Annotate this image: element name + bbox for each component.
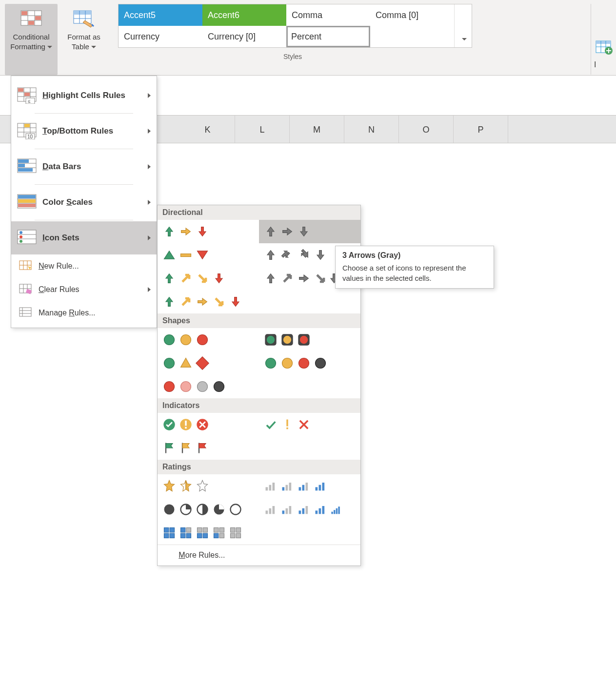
- menu-clear-rules[interactable]: Clear RulesClear Rules: [11, 278, 157, 301]
- insert-peek-icon: [594, 38, 614, 58]
- svg-point-84: [181, 382, 191, 392]
- style-accent6[interactable]: Accent6: [202, 4, 286, 26]
- col-P[interactable]: P: [454, 116, 508, 143]
- svg-rect-89: [185, 421, 187, 426]
- col-L[interactable]: L: [235, 116, 290, 143]
- tooltip-title: 3 Arrows (Gray): [342, 251, 487, 260]
- iconset-3-arrows-colored[interactable]: [158, 220, 259, 243]
- styles-gallery-expand[interactable]: [454, 4, 472, 47]
- menu-data-bars[interactable]: Data BarsData Bars: [11, 150, 157, 183]
- top-bottom-icon: 10: [16, 122, 38, 140]
- svg-rect-33: [24, 124, 30, 127]
- menu-separator: [35, 220, 133, 220]
- highlight-cells-icon: ≤: [16, 87, 38, 104]
- iconset-5-ratings-bars[interactable]: [259, 498, 360, 521]
- svg-rect-93: [286, 428, 288, 429]
- new-rule-icon: [17, 259, 35, 273]
- svg-point-68: [164, 335, 175, 345]
- shapes-grid: [158, 328, 360, 398]
- category-shapes: Shapes: [158, 313, 360, 328]
- menu-new-rule[interactable]: New Rule...New Rule...: [11, 254, 157, 278]
- ribbon-right-peek: I: [591, 4, 616, 75]
- iconset-red-to-black[interactable]: [158, 375, 360, 398]
- color-scales-icon: [16, 194, 38, 211]
- col-M[interactable]: M: [290, 116, 344, 143]
- iconset-5-arrows-colored[interactable]: [158, 290, 360, 313]
- svg-rect-114: [266, 510, 268, 514]
- iconset-3-triangles[interactable]: [158, 243, 259, 267]
- iconset-3-traffic-lights-unrimmed[interactable]: [158, 328, 259, 351]
- svg-rect-39: [18, 159, 29, 163]
- col-N[interactable]: N: [344, 116, 399, 143]
- style-comma[interactable]: Comma: [286, 4, 370, 26]
- svg-rect-134: [181, 528, 185, 532]
- menu-highlight-cells-rules[interactable]: ≤ HHighlight Cells Rulesighlight Cells R…: [11, 79, 157, 112]
- iconset-5-boxes[interactable]: [158, 521, 360, 545]
- format-as-table-icon: [73, 7, 95, 30]
- svg-rect-139: [203, 528, 207, 532]
- conditional-formatting-icon: [20, 7, 42, 30]
- svg-point-80: [282, 358, 293, 369]
- clear-rules-icon: [17, 283, 35, 296]
- style-empty[interactable]: [370, 26, 454, 47]
- style-currency0[interactable]: Currency [0]: [202, 26, 286, 47]
- icon-sets-icon: [16, 229, 38, 247]
- menu-color-scales[interactable]: Color ScalesColor Scales: [11, 186, 157, 219]
- directional-grid: [158, 220, 360, 313]
- svg-point-82: [316, 358, 326, 369]
- iconset-4-arrows-colored[interactable]: [158, 267, 259, 290]
- iconset-3-stars[interactable]: [158, 474, 259, 498]
- svg-point-69: [181, 335, 191, 345]
- col-O[interactable]: O: [399, 116, 454, 143]
- menu-manage-rules[interactable]: Manage Rules...Manage Rules...: [11, 301, 157, 325]
- iconsets-more-rules[interactable]: More Rules...More Rules...: [158, 545, 360, 565]
- svg-point-83: [164, 382, 175, 392]
- style-comma0[interactable]: Comma [0]: [370, 4, 454, 26]
- iconset-3-symbols-circled[interactable]: [158, 413, 259, 436]
- svg-point-74: [283, 336, 291, 344]
- menu-separator: [35, 113, 133, 114]
- menu-separator: [35, 184, 133, 185]
- iconset-3-signs[interactable]: [158, 351, 259, 375]
- conditional-formatting-label: Conditional Formatting: [10, 32, 52, 51]
- svg-rect-92: [286, 420, 288, 427]
- iconset-4-traffic-lights[interactable]: [259, 351, 360, 375]
- indicators-grid: [158, 413, 360, 460]
- style-accent5[interactable]: Accent5: [119, 4, 202, 26]
- svg-rect-103: [299, 487, 301, 490]
- style-percent[interactable]: Percent: [286, 26, 370, 47]
- svg-point-52: [20, 235, 22, 238]
- svg-point-77: [164, 358, 175, 369]
- iconset-4-ratings-bars[interactable]: [259, 474, 360, 498]
- styles-group: Accent5 Accent6 Comma Comma [0] Currency…: [110, 4, 475, 75]
- format-as-table-button[interactable]: Format as Table: [58, 4, 110, 75]
- chevron-right-icon: [148, 287, 151, 292]
- menu-icon-sets[interactable]: Icon SetsIcon Sets: [11, 221, 157, 254]
- svg-point-53: [20, 240, 22, 243]
- svg-rect-120: [299, 510, 301, 514]
- svg-rect-145: [219, 533, 224, 538]
- svg-rect-130: [164, 528, 169, 532]
- chevron-right-icon: [148, 129, 151, 134]
- category-directional: Directional: [158, 205, 360, 220]
- category-ratings: Ratings: [158, 460, 360, 474]
- iconset-5-quarters[interactable]: [158, 498, 259, 521]
- svg-rect-6: [35, 16, 41, 20]
- svg-rect-124: [319, 508, 321, 514]
- iconset-3-arrows-gray[interactable]: [259, 220, 360, 243]
- iconset-3-symbols-uncircled[interactable]: [259, 413, 360, 436]
- svg-rect-148: [231, 533, 235, 538]
- menu-top-bottom-rules[interactable]: 10 Top/Bottom RulesTop/Bottom Rules: [11, 115, 157, 148]
- svg-rect-67: [181, 254, 191, 257]
- svg-rect-25: [24, 93, 30, 96]
- conditional-formatting-button[interactable]: Conditional Formatting: [5, 4, 58, 75]
- iconset-3-flags[interactable]: [158, 436, 360, 460]
- style-currency[interactable]: Currency: [119, 26, 202, 47]
- svg-rect-104: [302, 485, 305, 491]
- iconset-3-traffic-lights-rimmed[interactable]: [259, 328, 360, 351]
- svg-rect-99: [273, 483, 275, 490]
- svg-rect-78: [196, 357, 209, 370]
- ribbon: Conditional Formatting Format as Table A…: [0, 0, 616, 76]
- data-bars-icon: [16, 158, 38, 175]
- col-K[interactable]: K: [180, 116, 235, 143]
